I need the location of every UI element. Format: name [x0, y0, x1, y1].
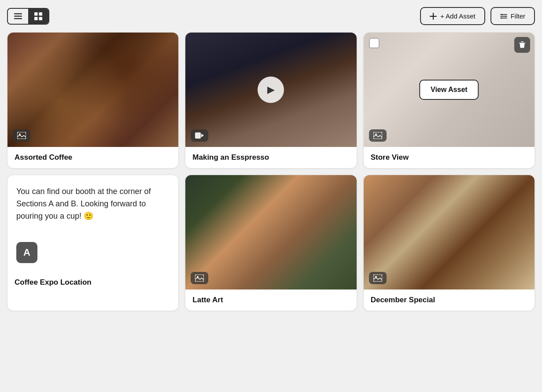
asset-grid: Assorted Coffee ▶ Making an Esspresso Vi…	[7, 32, 535, 311]
list-view-button[interactable]	[8, 9, 28, 24]
card-media-latte-art[interactable]	[185, 175, 356, 289]
svg-rect-15	[506, 16, 507, 17]
svg-rect-17	[502, 18, 507, 18]
image-type-badge	[13, 129, 30, 142]
svg-rect-22	[519, 43, 525, 44]
list-icon	[14, 12, 22, 20]
card-title-december-special: December Special	[371, 296, 435, 304]
card-checkbox-store-view[interactable]	[369, 38, 380, 48]
svg-rect-13	[502, 14, 507, 15]
image-icon	[17, 132, 26, 139]
svg-rect-8	[430, 16, 437, 17]
card-text-body: You can find our booth at the corner of …	[7, 175, 178, 272]
card-media-assorted-coffee[interactable]	[7, 33, 178, 147]
card-store-view: View Asset Store View	[363, 32, 535, 169]
card-media-december[interactable]	[364, 175, 535, 289]
svg-rect-14	[500, 16, 505, 17]
svg-rect-0	[14, 13, 22, 15]
play-button[interactable]: ▶	[258, 77, 284, 103]
card-media-espresso[interactable]: ▶	[185, 33, 356, 147]
toolbar-right: + Add Asset Filter	[420, 7, 535, 25]
card-footer-latte-art: Latte Art	[185, 289, 356, 311]
card-media-store-view[interactable]: View Asset	[364, 33, 535, 147]
card-title-coffee-expo: Coffee Expo Location	[15, 278, 92, 286]
card-coffee-expo-location: You can find our booth at the corner of …	[7, 175, 179, 311]
add-asset-label: + Add Asset	[440, 12, 476, 20]
svg-rect-24	[373, 132, 382, 139]
svg-rect-16	[500, 18, 501, 18]
filter-button[interactable]: Filter	[490, 7, 535, 25]
card-december-special: December Special	[363, 175, 535, 311]
svg-point-10	[505, 15, 506, 17]
card-footer-espresso: Making an Esspresso	[185, 147, 356, 168]
grid-icon	[34, 12, 42, 20]
svg-rect-28	[373, 275, 382, 282]
svg-rect-23	[521, 41, 524, 42]
svg-rect-6	[39, 17, 43, 20]
svg-rect-26	[195, 275, 204, 282]
filter-icon	[500, 13, 507, 20]
svg-rect-5	[34, 17, 38, 20]
image-icon-latte	[195, 275, 204, 282]
svg-rect-20	[195, 132, 201, 139]
svg-rect-18	[17, 132, 26, 139]
card-latte-art: Latte Art	[185, 175, 357, 311]
grid-view-button[interactable]	[28, 9, 48, 24]
image-type-badge-december	[369, 272, 387, 284]
text-type-badge: A	[16, 242, 37, 263]
card-assorted-coffee: Assorted Coffee	[7, 32, 179, 169]
card-making-espresso: ▶ Making an Esspresso	[185, 32, 357, 169]
svg-rect-12	[500, 14, 501, 15]
image-type-badge-store	[369, 129, 387, 142]
plus-icon	[430, 13, 437, 20]
add-asset-button[interactable]: + Add Asset	[420, 7, 485, 25]
card-title-latte-art: Latte Art	[192, 296, 223, 304]
card-footer-store-view: Store View	[364, 147, 535, 168]
svg-rect-3	[34, 12, 38, 16]
video-icon	[195, 132, 204, 139]
card-title-assorted-coffee: Assorted Coffee	[15, 153, 72, 161]
coffee-expo-text: You can find our booth at the corner of …	[16, 187, 151, 220]
trash-icon	[519, 41, 525, 48]
card-footer-coffee-expo: Coffee Expo Location	[7, 272, 178, 293]
svg-marker-21	[201, 134, 204, 137]
filter-label: Filter	[511, 12, 525, 20]
card-title-espresso: Making an Esspresso	[192, 153, 269, 161]
delete-button-store-view[interactable]	[514, 37, 530, 53]
view-toggle	[7, 8, 49, 25]
video-type-badge	[191, 129, 208, 142]
card-title-store-view: Store View	[371, 153, 409, 161]
view-asset-button[interactable]: View Asset	[419, 80, 479, 100]
image-icon-december	[373, 275, 382, 282]
image-icon-store	[373, 132, 382, 139]
toolbar: + Add Asset Filter	[7, 7, 535, 25]
image-type-badge-latte	[191, 272, 208, 284]
svg-rect-1	[14, 15, 22, 17]
svg-rect-4	[39, 12, 43, 16]
text-content: You can find our booth at the corner of …	[16, 186, 170, 235]
card-footer-assorted-coffee: Assorted Coffee	[7, 147, 178, 168]
card-footer-december-special: December Special	[364, 289, 535, 311]
svg-rect-2	[14, 18, 22, 19]
